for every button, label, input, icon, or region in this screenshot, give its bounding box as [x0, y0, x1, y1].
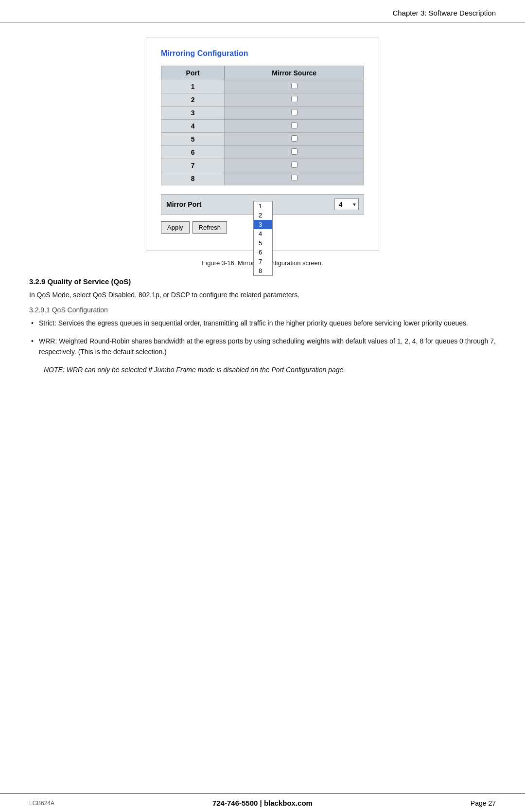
sub-section-heading-qos-config: 3.2.9.1 QoS Configuration: [29, 306, 496, 314]
dropdown-item-2[interactable]: 2: [254, 211, 272, 220]
port-number: 7: [161, 159, 225, 172]
table-row: 6: [161, 146, 364, 159]
dropdown-item-8[interactable]: 8: [254, 266, 272, 275]
dropdown-item-6[interactable]: 6: [254, 248, 272, 257]
qos-body-text: In QoS Mode, select QoS Disabled, 802.1p…: [29, 289, 496, 300]
mirror-source-checkbox-cell: [225, 146, 364, 159]
dropdown-item-4[interactable]: 4: [254, 229, 272, 238]
mirror-config-table: Port Mirror Source 12345678: [161, 66, 364, 185]
figure-box: Mirroring Configuration Port Mirror Sour…: [146, 37, 379, 251]
figure-container: Mirroring Configuration Port Mirror Sour…: [29, 37, 496, 267]
footer-contact: 724-746-5500 | blackbox.com: [212, 799, 313, 807]
page-header: Chapter 3: Software Description: [0, 0, 525, 22]
port-number: 8: [161, 172, 225, 185]
bullet-wrr: WRR: Weighted Round-Robin shares bandwid…: [29, 336, 496, 358]
table-row: 8: [161, 172, 364, 185]
mirror-source-checkbox[interactable]: [291, 175, 298, 181]
dropdown-item-5[interactable]: 5: [254, 238, 272, 248]
port-number: 3: [161, 107, 225, 120]
mirror-port-label: Mirror Port: [166, 200, 329, 208]
mirror-source-checkbox[interactable]: [291, 148, 298, 155]
main-content: Mirroring Configuration Port Mirror Sour…: [0, 22, 525, 393]
table-row: 7: [161, 159, 364, 172]
mirror-port-select-wrapper: 1 2 3 4 5 6 7 8 ▼: [334, 198, 359, 210]
chapter-title: Chapter 3: Software Description: [392, 9, 496, 17]
table-row: 1: [161, 80, 364, 93]
port-number: 4: [161, 120, 225, 133]
dropdown-item-1[interactable]: 1: [254, 201, 272, 211]
table-row: 5: [161, 133, 364, 146]
section-heading-qos: 3.2.9 Quality of Service (QoS): [29, 277, 496, 286]
buttons-and-dropdown: Apply Refresh 1 2 3 4 5 6 7 8: [161, 221, 364, 234]
mirror-source-checkbox-cell: [225, 159, 364, 172]
mirror-source-checkbox-cell: [225, 107, 364, 120]
mirror-source-checkbox-cell: [225, 80, 364, 93]
col-port-header: Port: [161, 66, 225, 80]
mirror-source-checkbox[interactable]: [291, 135, 298, 142]
mirror-source-checkbox[interactable]: [291, 162, 298, 168]
mirror-source-checkbox[interactable]: [291, 96, 298, 102]
note-wrr: NOTE: WRR can only be selected if Jumbo …: [29, 364, 496, 375]
page-footer: LGB624A 724-746-5500 | blackbox.com Page…: [0, 794, 525, 812]
mirroring-title: Mirroring Configuration: [161, 49, 364, 58]
mirror-source-checkbox-cell: [225, 93, 364, 107]
footer-page: Page 27: [471, 799, 496, 807]
refresh-button[interactable]: Refresh: [192, 221, 228, 234]
mirror-port-select[interactable]: 1 2 3 4 5 6 7 8: [334, 198, 359, 210]
mirror-source-checkbox[interactable]: [291, 109, 298, 115]
mirror-source-checkbox-cell: [225, 172, 364, 185]
bullet-strict: Strict: Services the egress queues in se…: [29, 318, 496, 328]
dropdown-overlay: 1 2 3 4 5 6 7 8: [253, 201, 273, 276]
col-mirror-source-header: Mirror Source: [225, 66, 364, 80]
mirror-source-checkbox-cell: [225, 133, 364, 146]
port-number: 2: [161, 93, 225, 107]
dropdown-item-3[interactable]: 3: [254, 220, 272, 229]
port-number: 1: [161, 80, 225, 93]
mirror-source-checkbox-cell: [225, 120, 364, 133]
mirror-source-checkbox[interactable]: [291, 83, 298, 89]
table-row: 4: [161, 120, 364, 133]
dropdown-item-7[interactable]: 7: [254, 257, 272, 266]
port-number: 6: [161, 146, 225, 159]
port-number: 5: [161, 133, 225, 146]
footer-model: LGB624A: [29, 800, 54, 807]
apply-button[interactable]: Apply: [161, 221, 190, 234]
mirror-source-checkbox[interactable]: [291, 122, 298, 128]
table-row: 3: [161, 107, 364, 120]
table-row: 2: [161, 93, 364, 107]
